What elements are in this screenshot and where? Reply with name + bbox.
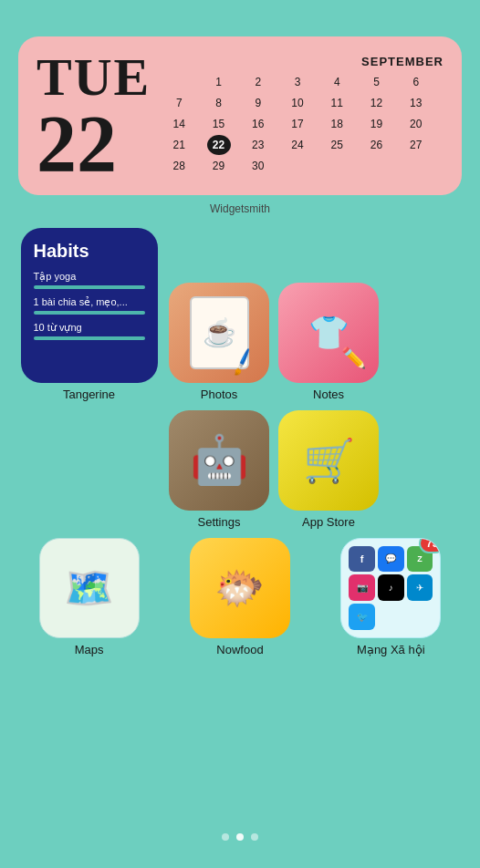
habit-bar-1 — [34, 285, 145, 289]
calendar-month: SEPTEMBER — [167, 55, 443, 68]
cal-cell: 3 — [286, 72, 309, 92]
cal-cell: 4 — [325, 72, 349, 92]
nowfood-label: Nowfood — [216, 643, 263, 656]
cal-cell: 19 — [365, 114, 389, 134]
social-app-instagram: 📷 — [349, 574, 375, 601]
notes-label: Notes — [313, 388, 344, 401]
social-app-tiktok: ♪ — [378, 574, 404, 601]
appstore-label: App Store — [302, 515, 355, 529]
habits-widget[interactable]: Habits Tập yoga 1 bài chia sẻ, mẹo,... 1… — [21, 228, 158, 383]
calendar-day: TUE — [37, 51, 151, 104]
photos-frame: ☕ 🖌️ — [190, 296, 249, 369]
cal-cell: 12 — [365, 93, 389, 113]
cal-cell: 8 — [207, 93, 231, 113]
notes-icon: 👕 ✏️ — [278, 283, 379, 383]
habit-text-1: Tập yoga — [34, 271, 145, 283]
calendar-right: SEPTEMBER 123456789101112131415161718192… — [167, 51, 443, 176]
dot-1 — [222, 833, 229, 841]
social-label: Mạng Xã hội — [357, 643, 425, 656]
social-app-empty2 — [407, 604, 433, 630]
habit-item-1: Tập yoga — [34, 271, 145, 289]
cal-cell: 23 — [246, 135, 270, 155]
cal-cell: 9 — [246, 93, 270, 113]
cal-cell — [365, 156, 389, 176]
calendar-date: 22 — [37, 106, 151, 182]
cal-cell: 11 — [325, 93, 349, 113]
settings-robot-icon: 🤖 — [190, 432, 249, 488]
social-app[interactable]: 73 f 💬 Z 📷 ♪ ✈ 🐦 Mạng Xã hội — [320, 538, 462, 656]
habit-text-2: 1 bài chia sẻ, mẹo,... — [34, 296, 145, 308]
calendar-widget[interactable]: TUE 22 SEPTEMBER 12345678910111213141516… — [18, 36, 462, 195]
cal-cell — [286, 156, 309, 176]
social-folder-icon: 73 f 💬 Z 📷 ♪ ✈ 🐦 — [340, 538, 441, 638]
cal-cell: 28 — [167, 156, 191, 176]
cal-cell: 17 — [286, 114, 309, 134]
social-grid: f 💬 Z 📷 ♪ ✈ 🐦 — [341, 539, 440, 637]
cal-cell: 20 — [404, 114, 428, 134]
cal-cell: 24 — [286, 135, 309, 155]
tangerine-label: Tangerine — [63, 388, 115, 401]
cal-cell: 15 — [207, 114, 231, 134]
cal-cell: 6 — [404, 72, 428, 92]
maps-icon: 🗺️ — [39, 538, 140, 638]
cal-cell: 1 — [207, 72, 231, 92]
nowfood-app[interactable]: 🐡 Nowfood — [169, 538, 310, 656]
cal-cell: 27 — [404, 135, 428, 155]
dot-3 — [251, 833, 258, 841]
habits-title: Habits — [34, 241, 145, 262]
photos-app[interactable]: ☕ 🖌️ Photos — [169, 283, 269, 401]
social-app-telegram: ✈ — [407, 574, 433, 601]
maps-map-icon: 🗺️ — [64, 564, 114, 612]
cal-cell: 18 — [325, 114, 349, 134]
social-app-facebook: f — [349, 546, 375, 573]
photos-mug-icon: ☕ — [203, 316, 236, 348]
dot-2 — [236, 833, 244, 841]
habit-text-3: 10 từ vựng — [34, 322, 145, 334]
nowfood-fish-icon: 🐡 — [214, 564, 265, 612]
cal-cell: 22 — [207, 135, 231, 155]
social-badge: 73 — [419, 538, 441, 553]
cal-cell — [404, 156, 428, 176]
appstore-cart-icon: 🛒 — [303, 436, 355, 485]
tangerine-app[interactable]: Habits Tập yoga 1 bài chia sẻ, mẹo,... 1… — [18, 228, 160, 401]
cal-cell: 10 — [286, 93, 309, 113]
social-app-messenger: 💬 — [378, 546, 404, 573]
photos-label: Photos — [201, 388, 237, 401]
cal-cell: 2 — [246, 72, 270, 92]
appstore-app[interactable]: 🛒 App Store — [278, 410, 379, 529]
cal-cell: 13 — [404, 93, 428, 113]
photos-brush-icon: 🖌️ — [226, 347, 257, 378]
social-app-empty1 — [378, 604, 404, 630]
cal-cell: 16 — [246, 114, 270, 134]
cal-cell: 14 — [167, 114, 191, 134]
cal-cell: 25 — [325, 135, 349, 155]
habit-bar-2 — [34, 311, 145, 315]
notes-pencil-icon: ✏️ — [341, 346, 366, 370]
social-app-twitter: 🐦 — [349, 604, 375, 630]
calendar-grid: 1234567891011121314151617181920212223242… — [167, 72, 443, 176]
nowfood-icon: 🐡 — [190, 538, 290, 638]
widget-source: Widgetsmith — [0, 202, 480, 215]
cal-cell: 7 — [167, 93, 191, 113]
cal-cell: 26 — [365, 135, 389, 155]
habit-item-2: 1 bài chia sẻ, mẹo,... — [34, 296, 145, 315]
settings-icon: 🤖 — [169, 410, 269, 511]
cal-cell — [325, 156, 349, 176]
notes-app[interactable]: 👕 ✏️ Notes — [278, 283, 379, 401]
page-dots — [0, 833, 480, 841]
cal-cell: 30 — [246, 156, 270, 176]
cal-cell: 5 — [365, 72, 389, 92]
calendar-left: TUE 22 — [37, 51, 151, 182]
habit-item-3: 10 từ vựng — [34, 322, 145, 340]
settings-app[interactable]: 🤖 Settings — [169, 410, 269, 529]
cal-cell: 29 — [207, 156, 231, 176]
photos-icon: ☕ 🖌️ — [169, 283, 269, 383]
appstore-icon: 🛒 — [278, 410, 379, 511]
maps-app[interactable]: 🗺️ Maps — [18, 538, 160, 656]
cal-cell: 21 — [167, 135, 191, 155]
habit-bar-3 — [34, 336, 145, 340]
maps-label: Maps — [75, 643, 104, 656]
settings-label: Settings — [198, 515, 241, 529]
cal-cell — [167, 72, 191, 92]
